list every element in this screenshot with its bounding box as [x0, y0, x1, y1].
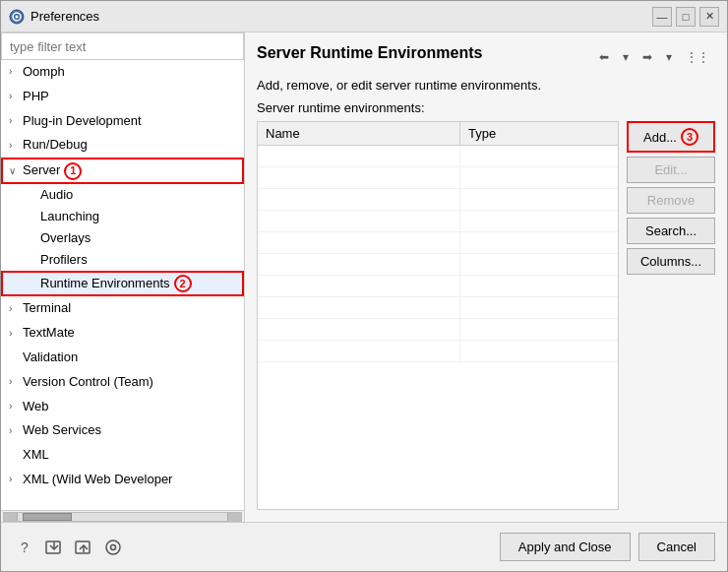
column-header-type: Type — [460, 122, 618, 145]
panel-subtitle: Server runtime environments: — [257, 100, 715, 115]
nav-buttons: ⬅ ▾ ➡ ▾ ⋮⋮ — [593, 48, 715, 66]
svg-point-7 — [106, 540, 120, 554]
table-row — [258, 167, 618, 189]
sidebar-item-plugin-dev[interactable]: › Plug-in Development — [1, 109, 244, 134]
chevron-right-icon: › — [9, 64, 21, 80]
table-row — [258, 189, 618, 211]
table-row — [258, 146, 618, 167]
chevron-right-icon: › — [9, 374, 21, 390]
back-button[interactable]: ⬅ — [593, 48, 615, 66]
apply-close-button[interactable]: Apply and Close — [500, 533, 631, 561]
export-icon[interactable] — [72, 536, 95, 559]
sidebar-item-terminal[interactable]: › Terminal — [1, 296, 244, 321]
window-controls: — □ ✕ — [652, 7, 719, 27]
chevron-right-icon: › — [9, 89, 21, 104]
sidebar-item-oomph[interactable]: › Oomph — [1, 60, 244, 85]
sidebar-item-run-debug[interactable]: › Run/Debug — [1, 133, 244, 158]
chevron-right-icon: › — [9, 399, 21, 414]
bottom-right-buttons: Apply and Close Cancel — [500, 533, 715, 561]
table-header: Name Type — [258, 122, 618, 146]
table-row — [258, 276, 618, 297]
runtime-environments-table: Name Type — [257, 121, 619, 510]
sidebar-item-web-services[interactable]: › Web Services — [1, 418, 244, 443]
sidebar-item-overlays[interactable]: Overlays — [1, 227, 244, 249]
edit-button[interactable]: Edit... — [627, 157, 715, 183]
sidebar-item-validation[interactable]: › Validation — [1, 346, 244, 370]
add-button[interactable]: Add... 3 — [627, 121, 715, 153]
sidebar-item-php[interactable]: › PHP — [1, 85, 244, 109]
import-icon[interactable] — [42, 536, 66, 559]
sidebar-item-web[interactable]: › Web — [1, 395, 244, 419]
annotation-3: 3 — [681, 128, 698, 146]
forward-button[interactable]: ➡ — [637, 48, 658, 66]
close-button[interactable]: ✕ — [699, 7, 719, 27]
right-panel: Server Runtime Environments ⬅ ▾ ➡ ▾ ⋮⋮ A… — [245, 32, 727, 522]
chevron-right-icon: › — [9, 113, 21, 129]
sidebar-item-version-control[interactable]: › Version Control (Team) — [1, 370, 244, 395]
annotation-2: 2 — [174, 275, 192, 292]
window-title: Preferences — [30, 9, 652, 24]
horizontal-scrollbar[interactable] — [1, 510, 244, 522]
columns-button[interactable]: Columns... — [627, 248, 715, 275]
sidebar-item-xml[interactable]: › XML — [1, 443, 244, 468]
table-row — [258, 232, 618, 254]
table-row — [258, 297, 618, 319]
title-bar: Preferences — □ ✕ — [1, 1, 727, 32]
table-body — [258, 146, 618, 509]
minimize-button[interactable]: — — [652, 7, 672, 27]
column-header-name: Name — [258, 122, 460, 145]
remove-button[interactable]: Remove — [627, 187, 715, 214]
maximize-button[interactable]: □ — [676, 7, 696, 27]
preferences-window: Preferences — □ ✕ › Oomph › PHP — [0, 0, 728, 572]
svg-point-8 — [111, 544, 116, 549]
sidebar-item-xml-wild[interactable]: › XML (Wild Web Developer — [1, 468, 244, 492]
chevron-right-icon: › — [9, 326, 21, 342]
bottom-icons: ? — [13, 536, 500, 559]
table-row — [258, 254, 618, 276]
sidebar-item-audio[interactable]: Audio — [1, 184, 244, 206]
main-content: › Oomph › PHP › Plug-in Development › Ru… — [1, 32, 727, 522]
settings-icon[interactable] — [101, 536, 125, 559]
chevron-right-icon: › — [9, 423, 21, 439]
panel-description: Add, remove, or edit server runtime envi… — [257, 78, 715, 93]
chevron-right-icon: › — [9, 301, 21, 317]
help-icon[interactable]: ? — [13, 536, 36, 559]
table-and-buttons: Name Type — [257, 121, 715, 510]
panel-header-row: Server Runtime Environments ⬅ ▾ ➡ ▾ ⋮⋮ — [257, 44, 715, 70]
back-dropdown-button[interactable]: ▾ — [617, 48, 635, 66]
sidebar-item-runtime-environments[interactable]: Runtime Environments 2 — [1, 271, 244, 296]
svg-point-2 — [16, 15, 19, 18]
app-icon — [9, 9, 25, 25]
chevron-right-icon: › — [9, 138, 21, 154]
filter-input[interactable] — [1, 32, 244, 60]
sidebar-item-launching[interactable]: Launching — [1, 206, 244, 227]
table-row — [258, 211, 618, 232]
sidebar-item-server[interactable]: ∨ Server 1 — [1, 158, 244, 184]
tree-container: › Oomph › PHP › Plug-in Development › Ru… — [1, 60, 244, 510]
annotation-1: 1 — [64, 162, 82, 180]
panel-title: Server Runtime Environments — [257, 44, 482, 62]
table-row — [258, 341, 618, 362]
side-buttons: Add... 3 Edit... Remove Search... Column… — [627, 121, 715, 510]
forward-dropdown-button[interactable]: ▾ — [660, 48, 678, 66]
sidebar-item-profilers[interactable]: Profilers — [1, 249, 244, 271]
search-button[interactable]: Search... — [627, 218, 715, 244]
table-row — [258, 319, 618, 341]
menu-button[interactable]: ⋮⋮ — [680, 48, 715, 66]
chevron-down-icon: ∨ — [9, 163, 21, 179]
cancel-button[interactable]: Cancel — [638, 533, 715, 561]
left-panel: › Oomph › PHP › Plug-in Development › Ru… — [1, 32, 245, 522]
sidebar-item-textmate[interactable]: › TextMate — [1, 321, 244, 346]
chevron-right-icon: › — [9, 472, 21, 487]
bottom-bar: ? — [1, 522, 727, 571]
